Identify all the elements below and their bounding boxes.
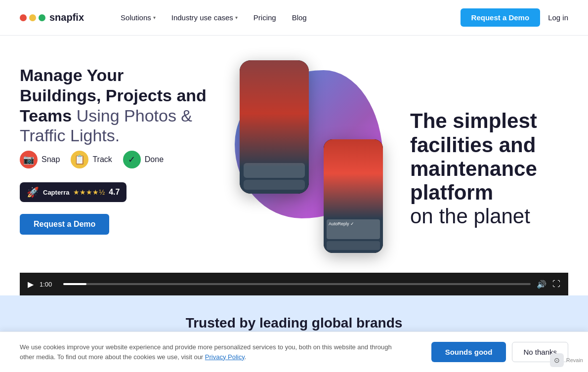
logo[interactable]: snapfix bbox=[20, 12, 84, 23]
nav-pricing[interactable]: Pricing bbox=[247, 9, 283, 26]
hero-section: Manage Your Buildings, Projects and Team… bbox=[0, 36, 588, 273]
cookie-banner: We use cookies improve your website expe… bbox=[0, 331, 588, 341]
tagline: The simplest facilities and maintenance … bbox=[410, 109, 537, 228]
nav-actions: Request a Demo Log in bbox=[461, 8, 568, 27]
request-demo-nav-button[interactable]: Request a Demo bbox=[461, 8, 541, 27]
hero-title: Manage Your Buildings, Projects and Team… bbox=[20, 65, 208, 146]
video-player: ▶ 1:00 🔊 ⛶ bbox=[20, 273, 568, 295]
video-progress-bar[interactable] bbox=[63, 283, 531, 285]
navbar: snapfix Solutions ▾ Industry use cases ▾… bbox=[0, 0, 588, 36]
done-icon: ✓ bbox=[123, 151, 141, 168]
volume-button[interactable]: 🔊 bbox=[537, 280, 546, 289]
hero-right: The simplest facilities and maintenance … bbox=[410, 55, 568, 273]
snap-icon: 📷 bbox=[20, 151, 38, 168]
logo-circle-yellow bbox=[29, 14, 36, 21]
logo-circle-green bbox=[39, 14, 45, 21]
trusted-title: Trusted by leading global brands bbox=[20, 315, 568, 331]
video-progress-fill bbox=[63, 283, 86, 285]
chevron-down-icon: ▾ bbox=[235, 15, 238, 20]
login-button[interactable]: Log in bbox=[548, 13, 568, 22]
capterra-flag-icon: 🚀 bbox=[27, 186, 39, 198]
hero-left: Manage Your Buildings, Projects and Team… bbox=[20, 55, 208, 273]
hero-center-wrapper: AutoReply ✓ bbox=[208, 55, 410, 273]
step-track: 📋 Track bbox=[71, 151, 112, 168]
chevron-down-icon: ▾ bbox=[153, 15, 156, 20]
nav-solutions[interactable]: Solutions ▾ bbox=[114, 9, 163, 26]
phone-main-screen bbox=[240, 60, 309, 194]
phone-secondary: AutoReply ✓ bbox=[324, 139, 383, 253]
step-done: ✓ Done bbox=[123, 151, 164, 168]
nav-links: Solutions ▾ Industry use cases ▾ Pricing… bbox=[114, 9, 461, 26]
nav-blog[interactable]: Blog bbox=[285, 9, 314, 26]
step-snap: 📷 Snap bbox=[20, 151, 60, 168]
phone-mockup: AutoReply ✓ bbox=[230, 55, 388, 263]
capterra-score: 4.7 bbox=[109, 188, 120, 197]
track-icon: 📋 bbox=[71, 151, 88, 168]
phone-main bbox=[240, 60, 309, 194]
video-time: 1:00 bbox=[40, 281, 57, 288]
nav-industry-use-cases[interactable]: Industry use cases ▾ bbox=[165, 9, 245, 26]
request-demo-hero-button[interactable]: Request a Demo bbox=[20, 214, 109, 235]
play-button[interactable]: ▶ bbox=[28, 280, 34, 289]
phone-secondary-screen: AutoReply ✓ bbox=[324, 139, 383, 253]
hero-steps: 📷 Snap 📋 Track ✓ Done bbox=[20, 151, 208, 168]
logo-circles bbox=[20, 14, 45, 21]
fullscreen-button[interactable]: ⛶ bbox=[552, 280, 560, 289]
logo-circle-red bbox=[20, 14, 27, 21]
logo-text: snapfix bbox=[49, 12, 84, 23]
capterra-badge[interactable]: 🚀 Capterra ★★★★½ 4.7 bbox=[20, 182, 126, 202]
capterra-stars: ★★★★½ bbox=[73, 188, 105, 196]
